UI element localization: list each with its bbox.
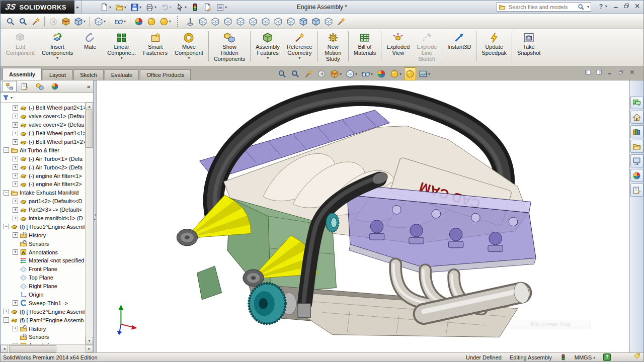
tree-item[interactable]: Sensors xyxy=(1,239,85,248)
dropdown-arrow[interactable]: ▾ xyxy=(188,56,190,60)
tree-item[interactable]: +valve cover<2> (Defau xyxy=(1,121,85,129)
panel-tab-property-manager[interactable] xyxy=(17,81,32,92)
tree-item[interactable]: +(-) Belt Wheel part1<1> xyxy=(1,129,85,138)
search-input[interactable] xyxy=(508,4,576,11)
tree-item[interactable]: +AAnnotations xyxy=(1,248,85,256)
expand-box[interactable]: + xyxy=(13,232,18,238)
hide-show-items-button[interactable]: ▾ xyxy=(113,15,127,28)
doc-minimize-button[interactable] xyxy=(607,69,613,75)
expand-box[interactable]: + xyxy=(13,131,18,136)
dropdown-arrow[interactable]: ▾ xyxy=(340,72,342,76)
dropdown-arrow[interactable]: ▾ xyxy=(185,5,187,10)
graphics-area[interactable]: CAD CAM xyxy=(97,80,629,352)
expand-box[interactable]: + xyxy=(13,122,18,128)
view-isometric-button[interactable] xyxy=(272,15,284,28)
tree-item[interactable]: +(-) engine Air filter<1> xyxy=(1,171,85,180)
tree-item[interactable]: −(f) [ Hose1^Engine Asseml xyxy=(1,222,85,231)
tab-evaluate[interactable]: Evaluate xyxy=(105,69,139,80)
filter-dropdown-arrow[interactable]: ▾ xyxy=(11,96,13,100)
edit-component-button[interactable]: Edit Component xyxy=(3,31,38,62)
zoom-to-fit-button[interactable] xyxy=(276,67,288,80)
scroll-thumb[interactable] xyxy=(86,111,93,148)
shaded-with-edges-button[interactable] xyxy=(297,15,309,28)
scroll-left-button[interactable]: ◂ xyxy=(1,345,8,352)
expand-box[interactable]: + xyxy=(13,216,18,221)
previous-view-button[interactable] xyxy=(47,15,59,28)
tree-item[interactable]: +Sweep-Thin1 -> xyxy=(1,299,85,307)
expand-box[interactable]: + xyxy=(13,105,18,111)
previous-view-button[interactable] xyxy=(315,67,328,80)
tree-item[interactable]: +part1<2> (Default<<D xyxy=(1,197,85,206)
quick-tips-button[interactable]: ? xyxy=(603,353,611,361)
zoom-to-selection-button[interactable] xyxy=(30,15,42,28)
edit-appearance-button[interactable] xyxy=(375,67,387,80)
custom-properties-button[interactable] xyxy=(630,184,643,197)
tree-item[interactable]: Top Plane xyxy=(1,274,85,282)
mate-button[interactable]: Mate xyxy=(76,31,104,62)
panel-tab-configuration-manager[interactable] xyxy=(32,81,47,92)
help-button[interactable]: ? ▾ xyxy=(597,3,607,10)
collapse-box[interactable]: − xyxy=(4,190,9,196)
doc-restore-button[interactable] xyxy=(618,69,624,75)
pane-left-icon[interactable] xyxy=(585,69,591,75)
hscroll-thumb[interactable] xyxy=(9,345,56,352)
view-orientation-button[interactable]: ▾ xyxy=(344,67,359,80)
tree-item[interactable]: +History xyxy=(1,324,85,333)
view-orientation-button[interactable]: ▾ xyxy=(93,15,107,28)
dropdown-arrow[interactable]: ▾ xyxy=(225,5,227,10)
dropdown-arrow[interactable]: ▾ xyxy=(124,5,126,10)
reference-geometry-button[interactable]: Reference Geometry▾ xyxy=(283,31,316,62)
expand-box[interactable]: + xyxy=(13,173,18,178)
file-explorer-button[interactable] xyxy=(630,140,643,153)
move-component-button[interactable]: Move Component▾ xyxy=(171,31,207,62)
expand-box[interactable]: + xyxy=(13,139,18,145)
tree-item[interactable]: Material <not specified xyxy=(1,256,85,265)
dropdown-arrow[interactable]: ▾ xyxy=(84,19,86,24)
exploded-view-button[interactable]: Exploded View xyxy=(383,31,413,62)
dropdown-arrow[interactable]: ▾ xyxy=(298,56,300,60)
scroll-down-button[interactable]: ▾ xyxy=(86,337,93,344)
dropdown-arrow[interactable]: ▾ xyxy=(267,56,269,60)
units-selector[interactable]: MMGS▴ xyxy=(575,354,595,360)
shaded-button[interactable] xyxy=(310,15,322,28)
hide-show-items-button[interactable]: ▾ xyxy=(360,67,374,80)
expand-box[interactable]: + xyxy=(13,207,18,213)
bill-of-materials-button[interactable]: Bill of Materials xyxy=(350,31,380,62)
tree-item[interactable]: Sensors xyxy=(1,333,85,341)
tags-button[interactable] xyxy=(633,352,640,360)
options-button[interactable]: ▾ xyxy=(214,1,228,14)
save-button[interactable]: ▾ xyxy=(129,1,143,14)
dropdown-arrow[interactable]: ▾ xyxy=(154,5,156,10)
panel-tab-display-manager[interactable] xyxy=(47,81,62,92)
view-right-button[interactable] xyxy=(234,15,247,28)
expand-box[interactable]: + xyxy=(13,156,18,161)
comments-button[interactable] xyxy=(630,96,643,109)
tree-item[interactable]: Front Plane xyxy=(1,265,85,274)
print-button[interactable]: ▾ xyxy=(144,1,158,14)
appearances-scenes-button[interactable] xyxy=(630,169,643,182)
show-hidden-components-button[interactable]: Show Hidden Components xyxy=(210,31,249,62)
section-view-button[interactable]: ▾ xyxy=(329,67,343,80)
view-back-button[interactable] xyxy=(209,15,221,28)
take-snapshot-button[interactable]: Take Snapshot xyxy=(514,31,544,62)
menu-expand-arrow[interactable]: ▸ xyxy=(74,1,82,14)
expand-box[interactable]: + xyxy=(13,199,18,204)
zoom-to-area-button[interactable] xyxy=(289,67,301,80)
tab-layout[interactable]: Layout xyxy=(43,69,72,80)
tree-item[interactable]: Right Plane xyxy=(1,282,85,291)
undo-button[interactable]: ▾ xyxy=(159,1,173,14)
zoom-to-fit-button[interactable] xyxy=(5,15,17,28)
pane-right-icon[interactable] xyxy=(596,69,602,75)
tree-item[interactable]: +(-) Air Turbo<2> (Defa xyxy=(1,163,85,171)
new-document-button[interactable]: ▾ xyxy=(99,1,113,14)
dropdown-arrow[interactable]: ▾ xyxy=(124,19,126,24)
edit-appearance-button[interactable] xyxy=(133,15,145,28)
help-dropdown-arrow[interactable]: ▾ xyxy=(605,4,607,9)
dropdown-arrow[interactable]: ▾ xyxy=(169,19,171,24)
engine-model[interactable]: CAD CAM xyxy=(97,80,629,352)
tab-office-products[interactable]: Office Products xyxy=(140,69,191,80)
expand-box[interactable]: + xyxy=(13,182,18,187)
reference-triad-button[interactable] xyxy=(184,15,196,28)
tree-item[interactable]: +(-) Belt Wheel part1<2> xyxy=(1,138,85,146)
restore-button[interactable] xyxy=(623,3,630,9)
